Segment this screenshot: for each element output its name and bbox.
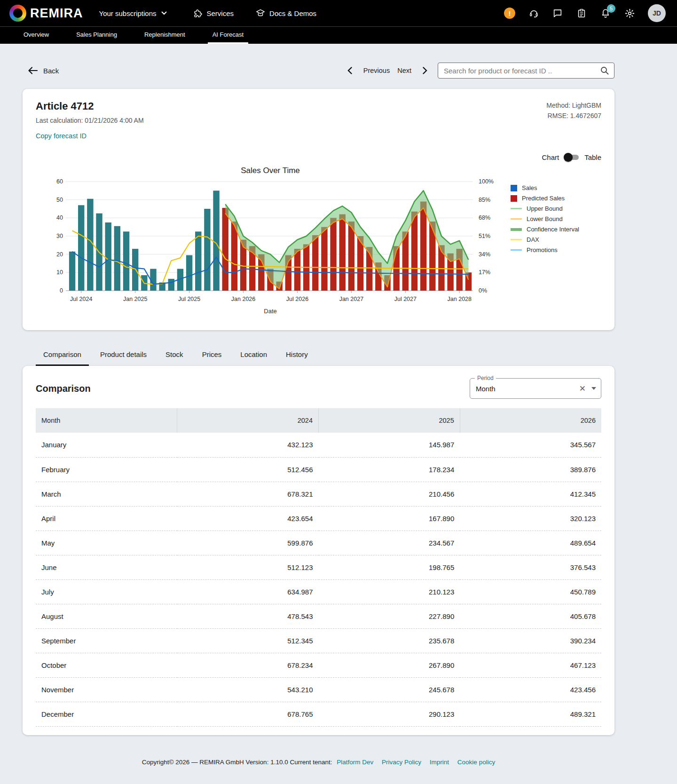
svg-text:10: 10: [56, 269, 63, 276]
cell-value: 167.890: [319, 506, 460, 531]
cell-value: 432.123: [177, 433, 319, 457]
subnav-replenishment[interactable]: Replenishment: [140, 27, 190, 44]
notifications-button[interactable]: 5: [600, 8, 611, 19]
cell-value: 467.123: [460, 653, 601, 677]
table-row: July634.987210.123450.789: [36, 579, 601, 604]
tasks-button[interactable]: [576, 8, 587, 19]
svg-text:30: 30: [56, 233, 63, 239]
period-select[interactable]: Period Month ✕: [470, 378, 601, 399]
legend-label: Confidence Interval: [527, 226, 579, 233]
cell-value: 345.567: [460, 433, 601, 457]
support-button[interactable]: [528, 8, 539, 19]
cell-month: December: [36, 702, 177, 726]
alert-button[interactable]: !: [504, 8, 515, 19]
feedback-button[interactable]: [552, 8, 563, 19]
cell-month: August: [36, 604, 177, 628]
comparison-table: Month 2024 2025 2026 January432.123145.9…: [36, 408, 601, 727]
chat-icon: [552, 8, 563, 18]
clear-icon[interactable]: ✕: [575, 384, 590, 394]
subnav-ai-forecast[interactable]: AI Forecast: [208, 27, 248, 44]
previous-button[interactable]: Previous: [363, 67, 390, 74]
tab-prices[interactable]: Prices: [195, 344, 229, 366]
svg-text:Jan 2028: Jan 2028: [448, 296, 472, 302]
cell-value: 234.567: [319, 531, 460, 555]
next-chevron-icon[interactable]: [423, 67, 427, 74]
legend-item: Upper Bound: [511, 205, 600, 212]
cell-value: 450.789: [460, 579, 601, 604]
dropdown-arrow-icon[interactable]: [591, 387, 596, 390]
cell-value: 512.123: [177, 555, 319, 579]
cell-value: 678.234: [177, 653, 319, 677]
table-row: August478.543227.890405.678: [36, 604, 601, 628]
subnav-overview[interactable]: Overview: [19, 27, 54, 44]
svg-text:Jan 2027: Jan 2027: [339, 296, 363, 302]
cell-value: 178.234: [319, 457, 460, 482]
svg-text:0%: 0%: [479, 287, 487, 294]
cell-value: 145.987: [319, 433, 460, 457]
module-nav: Overview Sales Planning Replenishment AI…: [0, 26, 677, 44]
chart-table-toggle[interactable]: [564, 152, 580, 162]
svg-text:50: 50: [56, 197, 63, 203]
cell-month: February: [36, 457, 177, 482]
table-row: December678.765290.123489.321: [36, 702, 601, 726]
cell-value: 423.456: [460, 677, 601, 702]
brand-name: REMIRA: [30, 6, 83, 21]
graduation-cap-icon: [255, 8, 266, 18]
notification-badge: 5: [607, 4, 615, 13]
imprint-link[interactable]: Imprint: [430, 759, 449, 766]
cookie-policy-link[interactable]: Cookie policy: [457, 759, 495, 766]
svg-text:Sales Over Time: Sales Over Time: [241, 166, 300, 175]
cell-value: 267.890: [319, 653, 460, 677]
next-button[interactable]: Next: [397, 67, 411, 74]
table-row: October678.234267.890467.123: [36, 653, 601, 677]
cell-value: 478.543: [177, 604, 319, 628]
tab-product-details[interactable]: Product details: [93, 344, 154, 366]
cell-month: March: [36, 482, 177, 506]
cell-value: 678.765: [177, 702, 319, 726]
nav-services[interactable]: Services: [193, 8, 234, 18]
search-input[interactable]: [444, 67, 600, 75]
cell-value: 245.678: [319, 677, 460, 702]
subnav-sales-planning[interactable]: Sales Planning: [71, 27, 122, 44]
svg-text:34%: 34%: [479, 251, 490, 258]
table-row: May599.876234.567489.654: [36, 531, 601, 555]
period-select-label: Period: [475, 375, 496, 381]
cell-value: 412.345: [460, 482, 601, 506]
remira-logo[interactable]: REMIRA: [9, 5, 83, 22]
tab-comparison[interactable]: Comparison: [36, 344, 89, 366]
tab-history[interactable]: History: [278, 344, 315, 366]
table-row: November543.210245.678423.456: [36, 677, 601, 702]
copy-forecast-id-link[interactable]: Copy forecast ID: [36, 132, 87, 140]
top-navbar: REMIRA Your subscriptions Services Docs …: [0, 0, 677, 26]
nav-services-label: Services: [207, 9, 234, 17]
clipboard-icon: [576, 8, 587, 18]
col-header-2026: 2026: [460, 408, 601, 433]
alert-icon: !: [504, 8, 515, 19]
legend-item: Lower Bound: [511, 215, 600, 222]
nav-your-subscriptions[interactable]: Your subscriptions: [99, 9, 167, 17]
cell-month: April: [36, 506, 177, 531]
cell-value: 512.456: [177, 457, 319, 482]
tenant-link[interactable]: Platform Dev: [337, 759, 373, 766]
cell-value: 405.678: [460, 604, 601, 628]
cell-value: 678.321: [177, 482, 319, 506]
user-avatar[interactable]: JD: [648, 4, 666, 22]
tab-location[interactable]: Location: [233, 344, 275, 366]
puzzle-icon: [193, 8, 203, 18]
legend-label: Promotions: [527, 246, 558, 253]
toggle-knob: [564, 153, 573, 162]
cell-value: 290.123: [319, 702, 460, 726]
cell-value: 543.210: [177, 677, 319, 702]
comparison-heading: Comparison: [36, 383, 91, 394]
cell-value: 423.654: [177, 506, 319, 531]
privacy-policy-link[interactable]: Privacy Policy: [382, 759, 421, 766]
legend-item: Confidence Interval: [511, 226, 600, 233]
nav-docs-demos[interactable]: Docs & Demos: [255, 8, 316, 18]
search-icon[interactable]: [600, 66, 609, 75]
svg-text:Jan 2026: Jan 2026: [231, 296, 255, 302]
settings-button[interactable]: [624, 8, 635, 19]
back-button[interactable]: Back: [28, 67, 59, 75]
tab-stock[interactable]: Stock: [158, 344, 191, 366]
legend-label: Sales: [522, 184, 537, 191]
previous-chevron-icon[interactable]: [347, 67, 352, 74]
